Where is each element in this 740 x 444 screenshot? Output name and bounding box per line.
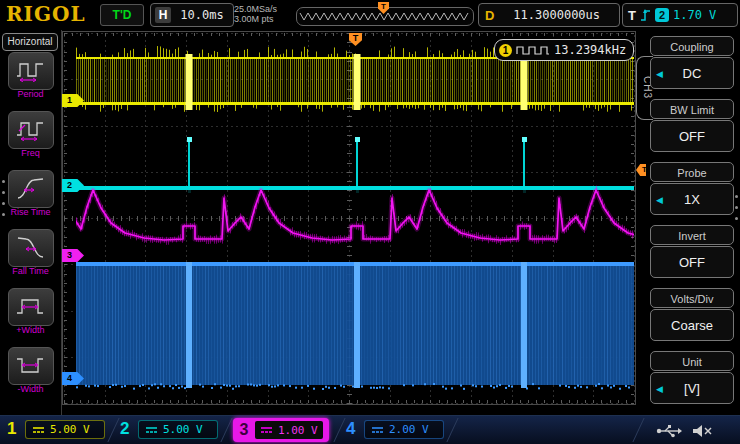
measure-menu: Horizontal Period Freq bbox=[0, 30, 62, 415]
timebase-readout[interactable]: H 10.0ms bbox=[150, 3, 234, 27]
freq-icon bbox=[16, 119, 46, 141]
unit-label: Unit bbox=[650, 351, 734, 371]
measure-menu-title: Horizontal bbox=[2, 33, 58, 51]
dropdown-arrow-icon: ◀ bbox=[656, 58, 663, 90]
measure-freq-label: Freq bbox=[0, 148, 61, 158]
dropdown-arrow-icon: ◀ bbox=[656, 184, 663, 216]
rising-edge-icon bbox=[640, 8, 651, 22]
delay-icon: D bbox=[485, 8, 494, 23]
ch3-scale: 1.00 V bbox=[278, 424, 318, 437]
probe-label: Probe bbox=[650, 162, 734, 182]
measure-fall-time-label: Fall Time bbox=[0, 266, 61, 276]
ch4-scale: 2.00 V bbox=[389, 423, 429, 436]
pulse-train-icon bbox=[516, 44, 550, 56]
top-status-bar: RIGOL T'D H 10.0ms 25.0MSa/s 3.00M pts T… bbox=[0, 0, 740, 30]
divider bbox=[220, 418, 232, 442]
dropdown-arrow-icon: ◀ bbox=[656, 373, 663, 405]
bw-limit-label: BW Limit bbox=[650, 99, 734, 119]
ch4-scale-chip[interactable]: 2.00 V bbox=[364, 420, 444, 439]
sample-rate: 25.0MSa/s bbox=[234, 4, 292, 14]
menu-page-dot bbox=[2, 202, 5, 205]
period-icon bbox=[16, 60, 46, 82]
measure-period-label: Period bbox=[0, 89, 61, 99]
delay-value: 11.3000000us bbox=[494, 8, 619, 22]
channel-status-bar: 1 5.00 V 2 5.00 V 3 1. bbox=[0, 415, 740, 444]
ch1-scale: 5.00 V bbox=[50, 423, 90, 436]
fall-time-icon bbox=[16, 236, 46, 260]
bw-limit-value: OFF bbox=[679, 129, 705, 144]
coupling-softkey[interactable]: ◀ DC bbox=[650, 57, 734, 89]
measure-rise-time-button[interactable] bbox=[8, 170, 54, 208]
divider bbox=[632, 418, 644, 442]
ch4-number[interactable]: 4 bbox=[346, 419, 355, 439]
counter-channel-badge: 1 bbox=[499, 44, 512, 57]
channel-settings-menu: CH3 Coupling ◀ DC BW Limit OFF Probe ◀ 1… bbox=[646, 30, 740, 415]
dc-coupling-icon bbox=[33, 426, 44, 434]
acquisition-readout: 25.0MSa/s 3.00M pts bbox=[234, 4, 292, 24]
dc-coupling-icon bbox=[146, 426, 157, 434]
rise-time-icon bbox=[16, 177, 46, 201]
waveform-area: 1 13.2394kHz T T 1 2 3 4 bbox=[62, 30, 646, 415]
probe-softkey[interactable]: ◀ 1X bbox=[650, 183, 734, 215]
trigger-status-badge: T'D bbox=[100, 4, 144, 26]
ch1-scale-chip[interactable]: 5.00 V bbox=[25, 420, 105, 439]
minus-width-icon bbox=[16, 355, 46, 377]
measure-freq-button[interactable] bbox=[8, 111, 54, 149]
bw-limit-softkey[interactable]: OFF bbox=[650, 120, 734, 152]
measure-plus-width-button[interactable] bbox=[8, 288, 54, 326]
measure-fall-time-button[interactable] bbox=[8, 229, 54, 267]
measure-rise-time-label: Rise Time bbox=[0, 207, 61, 217]
memory-depth: 3.00M pts bbox=[234, 14, 292, 24]
menu-page-dot bbox=[735, 217, 738, 220]
horizontal-icon: H bbox=[155, 7, 171, 23]
ch1-number[interactable]: 1 bbox=[7, 419, 16, 439]
ch2-scale-chip[interactable]: 5.00 V bbox=[138, 420, 218, 439]
volts-div-value: Coarse bbox=[671, 318, 713, 333]
oscilloscope-screen: RIGOL T'D H 10.0ms 25.0MSa/s 3.00M pts T… bbox=[0, 0, 740, 444]
timebase-value: 10.0ms bbox=[171, 8, 233, 22]
ch3-number: 3 bbox=[233, 421, 255, 439]
dc-coupling-icon bbox=[261, 426, 272, 434]
menu-page-dot bbox=[2, 191, 5, 194]
divider bbox=[333, 418, 345, 442]
plus-width-icon bbox=[16, 296, 46, 318]
trigger-label: T bbox=[628, 8, 636, 23]
probe-value: 1X bbox=[684, 192, 700, 207]
ch2-scale: 5.00 V bbox=[163, 423, 203, 436]
speaker-muted-icon bbox=[692, 423, 714, 439]
ch2-number[interactable]: 2 bbox=[120, 419, 129, 439]
menu-page-dot bbox=[2, 180, 5, 183]
menu-page-dot bbox=[2, 213, 5, 216]
dc-coupling-icon bbox=[372, 426, 383, 434]
measure-period-button[interactable] bbox=[8, 52, 54, 90]
measure-minus-width-label: -Width bbox=[0, 384, 61, 394]
divider bbox=[107, 418, 119, 442]
ch3-selected-chip[interactable]: 3 1.00 V bbox=[233, 418, 329, 442]
coupling-label: Coupling bbox=[650, 36, 734, 56]
waveform-display bbox=[62, 31, 636, 405]
unit-softkey[interactable]: ◀ [V] bbox=[650, 372, 734, 404]
trigger-source-badge: 2 bbox=[655, 8, 669, 22]
trigger-level-value: 1.70 V bbox=[673, 8, 716, 22]
counter-value: 13.2394kHz bbox=[554, 43, 626, 57]
brand-logo: RIGOL bbox=[6, 2, 86, 26]
unit-value: [V] bbox=[684, 381, 700, 396]
frequency-counter: 1 13.2394kHz bbox=[494, 39, 634, 61]
menu-page-dot bbox=[735, 206, 738, 209]
usb-icon bbox=[656, 423, 682, 439]
menu-page-dot bbox=[735, 195, 738, 198]
measure-plus-width-label: +Width bbox=[0, 325, 61, 335]
coupling-value: DC bbox=[683, 66, 702, 81]
invert-value: OFF bbox=[679, 255, 705, 270]
divider bbox=[446, 418, 458, 442]
volts-div-softkey[interactable]: Coarse bbox=[650, 309, 734, 341]
measure-minus-width-button[interactable] bbox=[8, 347, 54, 385]
invert-label: Invert bbox=[650, 225, 734, 245]
invert-softkey[interactable]: OFF bbox=[650, 246, 734, 278]
volts-div-label: Volts/Div bbox=[650, 288, 734, 308]
delay-readout: D 11.3000000us bbox=[478, 3, 620, 27]
trigger-readout[interactable]: T 2 1.70 V bbox=[622, 3, 738, 27]
